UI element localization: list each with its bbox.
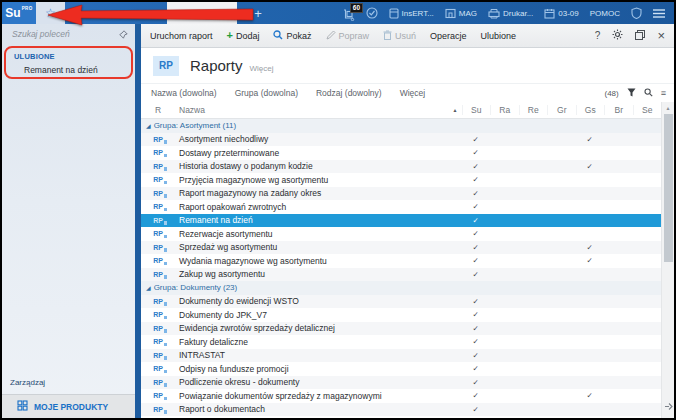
report-icon: RP <box>141 392 175 399</box>
table-row[interactable]: RPOdpisy na fundusze promocji✓ <box>141 362 661 376</box>
table-row[interactable]: RPDokumenty do JPK_V7✓ <box>141 308 661 322</box>
column-header-r[interactable]: R <box>141 105 175 115</box>
table-row[interactable]: RPZakup wg asortymentu✓ <box>141 268 661 282</box>
warehouse-button[interactable]: MAG <box>445 8 477 19</box>
queue-button[interactable]: 60 <box>342 9 355 21</box>
period-button[interactable]: 03-09 <box>544 8 578 19</box>
search-icon[interactable] <box>644 88 653 99</box>
scroll-corner-icon[interactable] <box>664 397 673 418</box>
check-cell-su: ✓ <box>462 297 491 306</box>
run-report-button[interactable]: Uruchom raport <box>150 31 213 41</box>
table-row[interactable]: RPFaktury detaliczne✓ <box>141 335 661 349</box>
column-header-nazwa[interactable]: Nazwa ▲ <box>175 105 462 115</box>
app-logo[interactable]: SuPRO <box>2 2 36 24</box>
table-row[interactable]: RPRaport opakowań zwrotnych✓ <box>141 200 661 214</box>
rp-icon: RP <box>153 379 163 386</box>
settings-gear-icon[interactable] <box>612 29 623 42</box>
filter-type[interactable]: Rodzaj (dowolny) <box>316 88 382 98</box>
table-row[interactable]: RPSprzedaż wg asortymentu✓✓ <box>141 241 661 255</box>
manage-link[interactable]: Zarządzaj <box>10 378 45 387</box>
filter-name[interactable]: Nazwa (dowolna) <box>151 88 217 98</box>
filter-group[interactable]: Grupa (dowolna) <box>235 88 298 98</box>
group-header-row[interactable]: ◢Grupa: Dokumenty (23) <box>141 281 661 295</box>
table-row[interactable]: RPPodliczenie okresu - dokumenty✓ <box>141 376 661 390</box>
shield-icon <box>631 7 642 19</box>
group-label: Grupa: Dokumenty (23) <box>154 283 238 292</box>
my-products-button[interactable]: MOJE PRODUKTY <box>2 394 135 418</box>
column-header-se[interactable]: Se <box>633 105 662 115</box>
table-row[interactable]: RPRaport o dokumentach✓ <box>141 403 661 417</box>
column-header-ra[interactable]: Ra <box>490 105 519 115</box>
operations-menu-button[interactable]: Operacje <box>430 31 467 41</box>
funnel-icon[interactable] <box>627 88 636 99</box>
report-icon: RP <box>141 176 175 183</box>
report-icon: RP <box>141 325 175 332</box>
tasks-button[interactable] <box>366 7 378 19</box>
check-cell-gs: ✓ <box>576 391 605 400</box>
rp-icon: RP <box>153 136 163 143</box>
help-menu-button[interactable]: POMOC <box>590 9 620 18</box>
column-header-gr[interactable]: Gr <box>547 105 576 115</box>
table-row[interactable]: RPDokumenty do ewidencji WSTO✓ <box>141 295 661 309</box>
favorites-menu-button[interactable]: Ulubione <box>481 31 517 41</box>
hamburger-menu-icon <box>653 9 665 18</box>
insert-menu-button[interactable]: InsERT... <box>389 8 434 19</box>
vertical-scrollbar[interactable]: ▲ <box>661 102 674 418</box>
calendar-icon <box>544 8 555 19</box>
check-cell-su: ✓ <box>462 351 491 360</box>
table-row[interactable]: RPHistoria dostawy o podanym kodzie✓✓ <box>141 160 661 174</box>
main-menu-button[interactable] <box>653 9 665 18</box>
security-button[interactable] <box>631 7 642 19</box>
table-row[interactable]: RPRaport magazynowy na zadany okres✓ <box>141 187 661 201</box>
delete-button[interactable]: Usuń <box>383 30 416 42</box>
table-row[interactable]: RPRezerwacje asortymentu✓ <box>141 227 661 241</box>
column-header-gs[interactable]: Gs <box>576 105 605 115</box>
report-name: Raport o dokumentach <box>175 404 462 414</box>
table-row[interactable]: RPINTRASTAT✓ <box>141 349 661 363</box>
check-cell-su: ✓ <box>462 405 491 414</box>
report-name: Odpisy na fundusze promocji <box>175 364 462 374</box>
report-name: Wydania magazynowe wg asortymentu <box>175 256 462 266</box>
check-cell-su: ✓ <box>462 189 491 198</box>
sidebar-item-remanent-na-dzien[interactable]: Remanent na dzień <box>2 61 135 75</box>
module-more-link[interactable]: Więcej <box>250 64 274 73</box>
table-row[interactable]: RPWydania magazynowe wg asortymentu✓✓ <box>141 254 661 268</box>
report-icon: RP <box>141 217 175 224</box>
report-name: Przyjęcia magazynowe wg asortymentu <box>175 175 462 185</box>
group-header-row[interactable]: ◢Grupa: Asortyment (11) <box>141 119 661 133</box>
scrollbar-thumb[interactable] <box>664 114 673 262</box>
help-button[interactable]: ? <box>595 30 601 41</box>
table-row[interactable]: RPAsortyment niechodliwy✓✓ <box>141 133 661 147</box>
show-button[interactable]: Pokaż <box>273 30 311 42</box>
rp-icon: RP <box>153 406 163 413</box>
edit-button[interactable]: Popraw <box>326 30 370 42</box>
close-icon[interactable]: × <box>657 29 665 42</box>
show-label: Pokaż <box>286 31 311 41</box>
table-row[interactable]: RPPrzyjęcia magazynowe wg asortymentu✓ <box>141 173 661 187</box>
restore-window-icon[interactable] <box>635 30 645 42</box>
column-header-re[interactable]: Re <box>519 105 548 115</box>
report-name: Podliczenie okresu - dokumenty <box>175 377 462 387</box>
printers-button[interactable]: Drukar... <box>488 8 533 19</box>
rp-icon: RP <box>153 338 163 345</box>
table-row[interactable]: RPRejestr sprzedaży VAT✓ <box>141 416 661 418</box>
list-options-icon[interactable]: ≡ <box>661 88 666 98</box>
rp-icon: RP <box>153 298 163 305</box>
collapse-icon[interactable]: ◢ <box>146 123 151 129</box>
magnifier-icon <box>273 30 283 42</box>
column-header-br[interactable]: Br <box>604 105 633 115</box>
add-button[interactable]: + Dodaj <box>227 30 260 41</box>
check-circle-icon <box>366 7 378 19</box>
scroll-up-arrow[interactable]: ▲ <box>666 102 671 114</box>
table-row[interactable]: RPDostawy przeterminowane✓ <box>141 146 661 160</box>
check-cell-su: ✓ <box>462 229 491 238</box>
table-row[interactable]: RPPowiązanie dokumentów sprzedaży z maga… <box>141 389 661 403</box>
page-title: Raporty <box>190 57 243 74</box>
collapse-icon[interactable]: ◢ <box>146 285 151 291</box>
filter-more[interactable]: Więcej <box>400 88 426 98</box>
table-row[interactable]: RPEwidencja zwrotów sprzedaży detaliczne… <box>141 322 661 336</box>
rp-icon: RP <box>153 257 163 264</box>
edit-label: Popraw <box>339 31 370 41</box>
table-row[interactable]: RPRemanent na dzień✓ <box>141 214 661 228</box>
column-header-su[interactable]: Su <box>462 105 491 115</box>
